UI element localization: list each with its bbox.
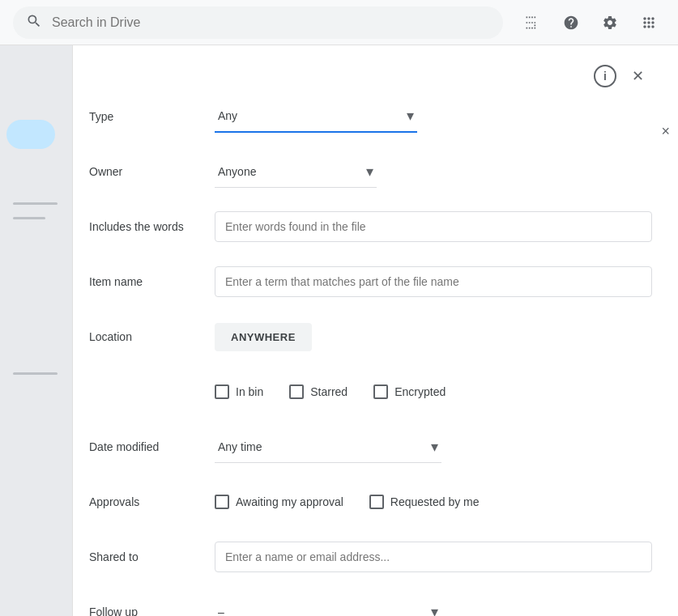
requested-by-checkbox[interactable] [369,495,384,509]
date-modified-label: Date modified [89,440,215,453]
sidebar-line [13,217,45,219]
approvals-control: Awaiting my approval Requested by me [215,495,652,509]
top-bar [0,0,678,45]
owner-select[interactable]: Anyone ▾ [215,156,377,188]
shared-to-label: Shared to [89,550,215,563]
date-modified-select[interactable]: Any time ▾ [215,431,441,463]
chevron-down-icon: ▾ [407,107,414,125]
awaiting-approval-checkbox[interactable] [215,495,229,509]
follow-up-select[interactable]: – ▾ [215,597,441,617]
encrypted-label: Encrypted [394,385,446,398]
chevron-down-icon: ▾ [431,438,438,456]
location-control: ANYWHERE [215,323,652,351]
owner-row: Owner Anyone ▾ [89,152,652,191]
location-label: Location [89,330,215,343]
filter-form: i ✕ Type Any ▾ Owner Anyone ▾ [73,45,678,616]
shared-to-row: Shared to [89,537,652,576]
close-icon: ✕ [632,67,644,85]
settings-icon-btn[interactable] [594,6,626,39]
includes-words-label: Includes the words [89,220,215,233]
approvals-row: Approvals Awaiting my approval Requested… [89,482,652,521]
date-modified-row: Date modified Any time ▾ [89,427,652,466]
in-bin-label: In bin [236,385,263,398]
encrypted-checkbox-item[interactable]: Encrypted [373,384,446,399]
panel-header: i ✕ [89,62,652,91]
in-bin-checkbox[interactable] [215,384,229,399]
starred-checkbox[interactable] [289,384,304,399]
sidebar-line [13,202,58,205]
sidebar-pill [6,120,55,149]
includes-words-row: Includes the words [89,207,652,246]
owner-label: Owner [89,165,215,178]
starred-checkbox-item[interactable]: Starred [289,384,348,399]
item-name-control [215,266,652,297]
filter-dialog: i ✕ Type Any ▾ Owner Anyone ▾ [72,45,678,616]
date-modified-control: Any time ▾ [215,431,652,463]
item-name-label: Item name [89,275,215,288]
apps-icon-btn[interactable] [633,6,665,39]
help-icon-btn[interactable] [555,6,587,39]
includes-words-control [215,211,652,242]
follow-up-value: – [218,605,431,617]
follow-up-label: Follow up [89,605,215,616]
in-bin-checkbox-item[interactable]: In bin [215,384,263,399]
awaiting-approval-checkbox-item[interactable]: Awaiting my approval [215,495,343,509]
owner-value: Anyone [218,165,366,178]
location-row: Location ANYWHERE [89,317,652,356]
search-input[interactable] [52,15,490,30]
starred-label: Starred [310,385,348,398]
type-control: Any ▾ [215,100,652,133]
type-select[interactable]: Any ▾ [215,100,417,133]
location-button[interactable]: ANYWHERE [215,323,312,351]
type-label: Type [89,110,215,123]
requested-by-label: Requested by me [390,495,480,508]
chevron-down-icon: ▾ [366,163,373,181]
awaiting-approval-label: Awaiting my approval [236,495,343,508]
type-row: Type Any ▾ [89,97,652,136]
requested-by-checkbox-item[interactable]: Requested by me [369,495,480,509]
sidebar-line [13,372,58,375]
close-panel-button[interactable]: ✕ [623,62,652,91]
item-name-row: Item name [89,262,652,301]
checkboxes-row: In bin Starred Encrypted [89,372,652,411]
search-bar[interactable] [13,6,503,39]
date-modified-value: Any time [218,440,431,453]
item-name-input[interactable] [215,266,652,297]
encrypted-checkbox[interactable] [373,384,388,399]
follow-up-control: – ▾ [215,597,652,617]
owner-control: Anyone ▾ [215,156,652,188]
includes-words-input[interactable] [215,211,652,242]
info-icon-btn[interactable]: i [594,65,616,87]
filter-icon-btn[interactable] [516,6,548,39]
shared-to-input[interactable] [215,542,652,572]
background-close-button[interactable]: × [661,123,670,140]
follow-up-row: Follow up – ▾ [89,593,652,616]
top-bar-actions [516,6,665,39]
approvals-label: Approvals [89,495,215,508]
chevron-down-icon: ▾ [431,603,438,617]
checkboxes-control: In bin Starred Encrypted [215,384,652,399]
checkbox-group: In bin Starred Encrypted [215,384,652,399]
shared-to-control [215,542,652,572]
search-icon [26,13,42,32]
approvals-checkbox-group: Awaiting my approval Requested by me [215,495,652,509]
type-value: Any [218,109,407,122]
